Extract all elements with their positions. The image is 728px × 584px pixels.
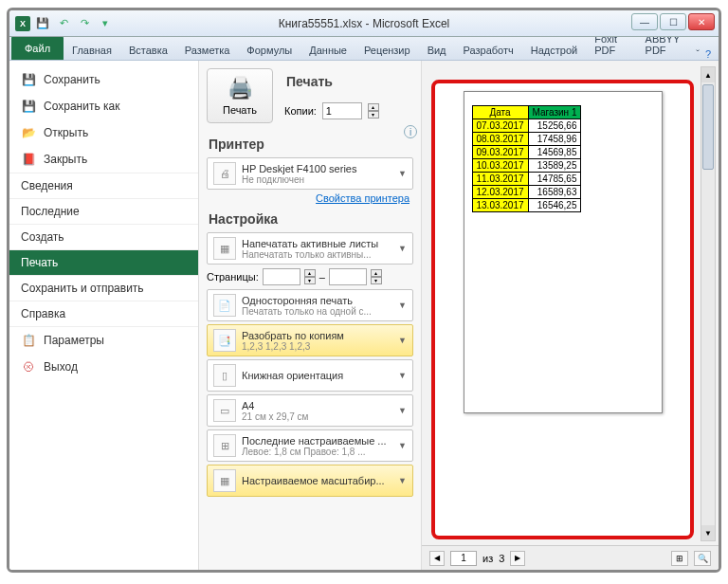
chevron-down-icon: ▼ (398, 244, 407, 253)
preview-table: ДатаМагазин 1 07.03.201715256,6608.03.20… (472, 105, 582, 212)
zoom-to-page-icon[interactable]: 🔍 (694, 551, 711, 566)
settings-header: Настройка (209, 211, 413, 227)
tab-Вставка[interactable]: Вставка (120, 41, 176, 60)
preview-highlight: ДатаМагазин 1 07.03.201715256,6608.03.20… (431, 80, 694, 539)
collate-selector[interactable]: 📑 Разобрать по копиям1,2,3 1,2,3 1,2,3 ▼ (207, 324, 413, 356)
backstage-sidebar: 💾Сохранить 💾Сохранить как 📂Открыть 📕Закр… (9, 61, 199, 570)
pages-to-input[interactable] (329, 268, 367, 285)
print-preview-panel: ▲ ▼ ДатаМагазин 1 07.03.201715256,6608.0… (422, 61, 719, 570)
copies-label: Копии: (284, 105, 317, 117)
options-icon: 📋 (21, 333, 36, 348)
print-header: Печать (286, 74, 379, 89)
sidebar-close[interactable]: 📕Закрыть (9, 146, 198, 173)
save-icon[interactable]: 💾 (34, 15, 51, 32)
show-margins-icon[interactable]: ⊞ (671, 551, 688, 566)
table-row: 13.03.201716546,25 (472, 199, 581, 212)
page-prev-button[interactable]: ◀ (429, 551, 445, 566)
tab-Главная[interactable]: Главная (64, 41, 120, 60)
table-row: 09.03.201714569,85 (472, 146, 581, 159)
print-button[interactable]: 🖨️ Печать (207, 68, 273, 123)
table-row: 08.03.201717458,96 (472, 133, 581, 146)
sidebar-exit[interactable]: ⮾Выход (9, 354, 198, 380)
excel-icon: X (15, 16, 30, 31)
tab-Данные[interactable]: Данные (300, 41, 355, 60)
redo-icon[interactable]: ↷ (76, 15, 93, 32)
sidebar-new[interactable]: Создать (9, 225, 198, 250)
help-icon[interactable]: ? (705, 48, 711, 60)
print-settings-panel: 🖨️ Печать Печать Копии: ▴▾ i Принтер 🖨 H… (199, 61, 422, 570)
sheets-icon: ▦ (213, 237, 236, 260)
copies-input[interactable] (322, 102, 362, 119)
qat-dropdown-icon[interactable]: ▾ (97, 15, 114, 32)
exit-icon: ⮾ (21, 359, 36, 374)
table-row: 07.03.201715256,66 (472, 119, 581, 133)
preview-page: ДатаМагазин 1 07.03.201715256,6608.03.20… (464, 91, 663, 413)
scroll-up-icon[interactable]: ▲ (701, 67, 715, 82)
undo-icon[interactable]: ↶ (55, 15, 72, 32)
collate-icon: 📑 (213, 329, 236, 352)
tab-Надстрой[interactable]: Надстрой (522, 41, 586, 60)
open-icon: 📂 (21, 125, 36, 140)
portrait-icon: ▯ (213, 364, 236, 387)
quick-access-toolbar: X 💾 ↶ ↷ ▾ (9, 15, 114, 32)
scroll-down-icon[interactable]: ▼ (701, 525, 715, 540)
page-number-input[interactable] (450, 551, 477, 566)
info-icon[interactable]: i (404, 125, 417, 138)
col-header-date: Дата (472, 106, 528, 119)
copies-up[interactable]: ▴ (368, 103, 379, 111)
table-row: 12.03.201716589,63 (472, 186, 581, 199)
window-title: Книга55551.xlsx - Microsoft Excel (9, 17, 719, 30)
printer-device-icon: 🖨 (213, 162, 236, 185)
close-button[interactable]: ✕ (688, 13, 715, 30)
pages-from-input[interactable] (263, 268, 300, 285)
tab-Рецензир[interactable]: Рецензир (355, 41, 419, 60)
sidebar-help[interactable]: Справка (9, 301, 198, 327)
tab-Разработч[interactable]: Разработч (455, 41, 522, 60)
scale-icon: ▦ (213, 469, 236, 492)
tab-Разметка[interactable]: Разметка (176, 41, 239, 60)
sidebar-save-send[interactable]: Сохранить и отправить (9, 276, 198, 301)
printer-icon: 🖨️ (228, 76, 253, 100)
minimize-button[interactable]: — (631, 13, 658, 30)
save-icon: 💾 (21, 72, 36, 87)
chevron-down-icon: ▼ (398, 476, 407, 485)
preview-footer: ◀ из 3 ▶ ⊞ 🔍 (422, 545, 719, 570)
titlebar: X 💾 ↶ ↷ ▾ Книга55551.xlsx - Microsoft Ex… (9, 10, 719, 37)
table-row: 10.03.201713589,25 (472, 159, 581, 173)
printer-properties-link[interactable]: Свойства принтера (210, 192, 410, 204)
tab-Вид[interactable]: Вид (419, 41, 455, 60)
printer-header: Принтер (209, 137, 413, 152)
sidebar-save-as[interactable]: 💾Сохранить как (9, 93, 198, 119)
save-as-icon: 💾 (21, 99, 36, 114)
page-total: 3 (499, 553, 504, 564)
backstage: 💾Сохранить 💾Сохранить как 📂Открыть 📕Закр… (9, 61, 719, 570)
sidebar-save[interactable]: 💾Сохранить (9, 66, 198, 93)
paper-icon: ▭ (213, 399, 236, 422)
sidebar-info[interactable]: Сведения (9, 173, 198, 199)
page-next-button[interactable]: ▶ (510, 551, 525, 566)
sidebar-open[interactable]: 📂Открыть (9, 119, 198, 146)
ribbon-minimize-icon[interactable]: ˇ (696, 48, 700, 60)
close-icon: 📕 (21, 152, 36, 167)
margins-selector[interactable]: ⊞ Последние настраиваемые ...Левое: 1,8 … (207, 429, 413, 462)
tab-file[interactable]: Файл (11, 36, 64, 60)
sidebar-print[interactable]: Печать (9, 250, 198, 276)
scaling-selector[interactable]: ▦ Настраиваемое масштабир... ▼ (207, 465, 413, 497)
table-row: 11.03.201714785,65 (472, 173, 581, 186)
vertical-scrollbar[interactable]: ▲ ▼ (701, 66, 716, 541)
orientation-selector[interactable]: ▯ Книжная ориентация ▼ (207, 359, 413, 392)
printer-selector[interactable]: 🖨 HP Deskjet F4100 seriesНе подключен ▼ (207, 157, 413, 190)
chevron-down-icon: ▼ (398, 336, 407, 345)
sidebar-recent[interactable]: Последние (9, 199, 198, 225)
page-icon: 📄 (213, 294, 236, 317)
sidebar-options[interactable]: 📋Параметры (9, 327, 198, 354)
copies-down[interactable]: ▾ (368, 111, 379, 119)
sides-selector[interactable]: 📄 Односторонняя печатьПечатать только на… (207, 289, 413, 321)
scrollbar-thumb[interactable] (702, 84, 714, 170)
margins-icon: ⊞ (213, 434, 236, 457)
maximize-button[interactable]: ☐ (660, 13, 686, 30)
tab-Формулы[interactable]: Формулы (238, 41, 300, 60)
paper-size-selector[interactable]: ▭ A421 см x 29,7 см ▼ (207, 394, 413, 427)
col-header-store: Магазин 1 (528, 106, 581, 119)
print-what-selector[interactable]: ▦ Напечатать активные листыНапечатать то… (207, 232, 413, 265)
